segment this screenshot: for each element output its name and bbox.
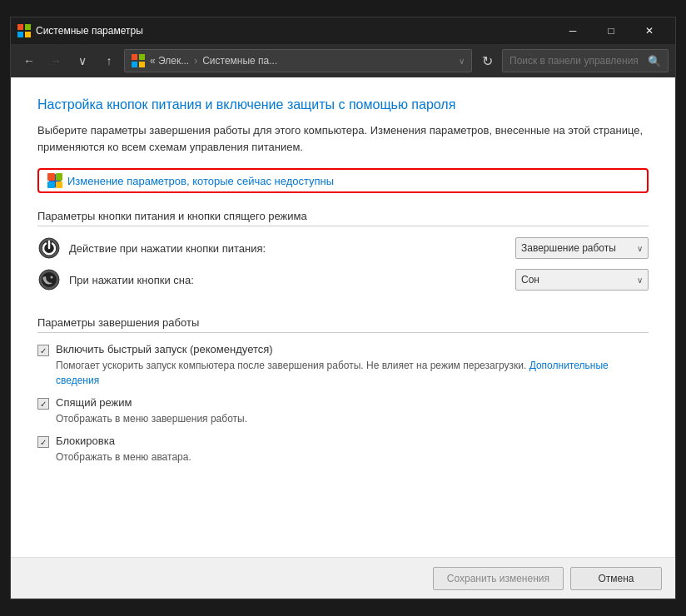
save-button[interactable]: Сохранить изменения (433, 567, 564, 590)
sleep-mode-checkbox-row: Спящий режим (37, 396, 649, 410)
fast-startup-checkbox[interactable] (37, 345, 49, 356)
address-bar[interactable]: « Элек... › Системные па... ∨ (124, 49, 472, 72)
shutdown-section-title: Параметры завершения работы (37, 316, 649, 333)
up-button[interactable]: ↑ (97, 49, 121, 72)
power-action-arrow: ∨ (637, 244, 643, 253)
maximize-button[interactable]: □ (592, 17, 630, 44)
sleep-action-value: Сон (521, 274, 539, 286)
svg-rect-4 (132, 54, 137, 60)
svg-rect-5 (139, 54, 145, 60)
back-button[interactable]: ← (17, 49, 41, 72)
power-button-option-row: Действие при нажатии кнопки питания: Зав… (37, 236, 649, 260)
cancel-button[interactable]: Отмена (570, 567, 662, 590)
svg-rect-12 (56, 181, 62, 188)
sleep-action-select[interactable]: Сон ∨ (515, 269, 649, 291)
address-separator: › (194, 55, 197, 67)
change-settings-label: Изменение параметров, которые сейчас нед… (67, 175, 334, 187)
address-part1: « Элек... (150, 55, 189, 67)
sleep-button-icon (37, 268, 61, 291)
page-description: Выберите параметры завершения работы для… (37, 122, 649, 155)
lock-option: Блокировка Отображать в меню аватара. (37, 435, 649, 464)
sleep-mode-checkbox[interactable] (37, 398, 49, 410)
close-button[interactable]: ✕ (630, 17, 669, 44)
search-icon: 🔍 (648, 55, 661, 67)
svg-rect-3 (25, 32, 31, 37)
sleep-action-label: При нажатии кнопки сна: (69, 274, 507, 286)
sleep-mode-label: Спящий режим (56, 396, 132, 409)
forward-button[interactable]: → (44, 49, 67, 72)
fast-startup-label: Включить быстрый запуск (рекомендуется) (56, 343, 273, 355)
lock-description: Отображать в меню аватара. (56, 450, 649, 464)
sleep-action-arrow: ∨ (637, 276, 643, 285)
minimize-button[interactable]: ─ (554, 17, 592, 44)
address-bar-icon (132, 54, 145, 67)
uac-shield-icon (47, 173, 62, 188)
fast-startup-option: Включить быстрый запуск (рекомендуется) … (37, 343, 649, 388)
title-bar: Системные параметры ─ □ ✕ (11, 17, 675, 44)
svg-rect-9 (47, 173, 55, 181)
dropdown-button[interactable]: ∨ (71, 49, 94, 72)
power-button-section: Параметры кнопки питания и кнопки спящег… (37, 210, 649, 300)
power-action-value: Завершение работы (521, 242, 616, 254)
title-bar-text: Системные параметры (36, 25, 554, 37)
address-part2: Системные па... (202, 55, 277, 67)
svg-rect-2 (17, 32, 23, 37)
main-window: Системные параметры ─ □ ✕ ← → ∨ ↑ « Элек… (10, 17, 676, 599)
svg-rect-0 (17, 24, 23, 30)
svg-rect-6 (132, 62, 137, 67)
footer: Сохранить изменения Отмена (11, 557, 675, 599)
learn-more-link[interactable]: Дополнительные сведения (56, 360, 609, 386)
refresh-button[interactable]: ↻ (475, 49, 499, 72)
lock-label: Блокировка (56, 435, 115, 447)
search-bar[interactable]: 🔍 (502, 49, 669, 72)
main-content: Настройка кнопок питания и включение защ… (11, 77, 675, 557)
svg-point-17 (51, 276, 53, 279)
sleep-button-option-row: При нажатии кнопки сна: Сон ∨ (37, 268, 649, 291)
power-section-title: Параметры кнопки питания и кнопки спящег… (37, 210, 649, 226)
svg-rect-11 (47, 181, 55, 188)
fast-startup-checkbox-row: Включить быстрый запуск (рекомендуется) (37, 343, 649, 356)
svg-rect-10 (56, 173, 62, 181)
nav-bar: ← → ∨ ↑ « Элек... › Системные па... ∨ ↻ … (11, 44, 675, 77)
svg-rect-7 (139, 62, 145, 67)
change-settings-button[interactable]: Изменение параметров, которые сейчас нед… (37, 168, 649, 193)
title-bar-buttons: ─ □ ✕ (554, 17, 669, 44)
svg-rect-1 (25, 24, 31, 30)
lock-checkbox-row: Блокировка (37, 435, 649, 448)
shutdown-section: Параметры завершения работы Включить быс… (37, 316, 649, 473)
power-action-label: Действие при нажатии кнопки питания: (69, 242, 507, 255)
lock-checkbox[interactable] (37, 436, 49, 448)
title-bar-icon (17, 24, 31, 37)
page-title: Настройка кнопок питания и включение защ… (37, 97, 649, 112)
search-input[interactable] (510, 55, 643, 67)
sleep-mode-description: Отображать в меню завершения работы. (56, 411, 649, 426)
fast-startup-description: Помогает ускорить запуск компьютера посл… (56, 358, 649, 388)
address-chevron-icon: ∨ (459, 57, 465, 66)
power-button-icon (37, 236, 61, 260)
power-action-select[interactable]: Завершение работы ∨ (515, 237, 649, 259)
sleep-mode-option: Спящий режим Отображать в меню завершени… (37, 396, 649, 426)
